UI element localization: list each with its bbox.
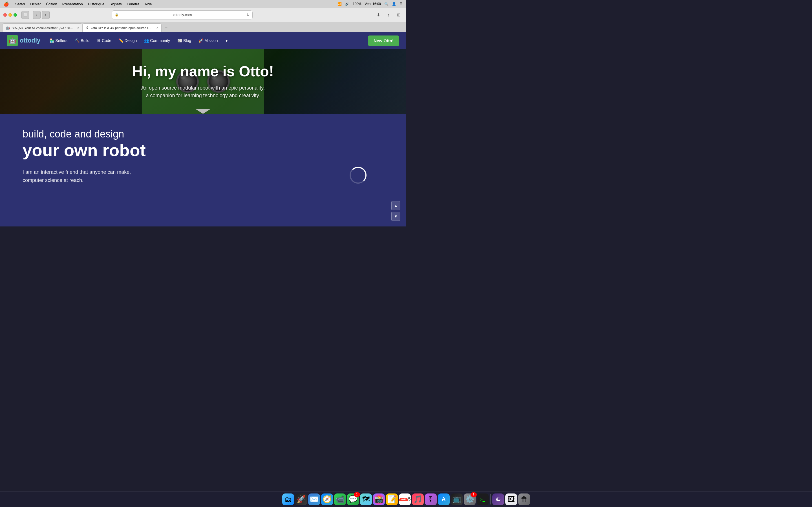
forward-button[interactable]: › — [42, 11, 50, 19]
build-description: I am an interactive friend that anyone c… — [22, 168, 163, 184]
scroll-down-button[interactable]: ▼ — [391, 212, 400, 221]
mission-icon: 🚀 — [199, 38, 203, 43]
menu-signets[interactable]: Signets — [109, 2, 121, 6]
menubar-volume: 🔊 — [345, 2, 349, 6]
build-heading-large: your own robot — [22, 141, 384, 160]
hero-subtitle-line1: An open source modular robot with an epi… — [141, 85, 265, 91]
nav-mission-label: Mission — [204, 38, 218, 43]
nav-design-label: Design — [124, 38, 137, 43]
address-bar[interactable]: 🔒 ottodiy.com ↻ — [112, 10, 253, 19]
tab-label-instructables: BIA (AI), Your AI Vocal Assistant (3/3 :… — [11, 26, 73, 30]
traffic-lights — [3, 13, 17, 17]
content-section: build, code and design your own robot I … — [0, 114, 406, 226]
menu-safari[interactable]: Safari — [15, 2, 25, 6]
site-navigation: 🤖 ottodiy 🏪 Sellers 🔨 Build 🖥 Code ✏️ De… — [0, 32, 406, 49]
content-arrow-divider — [195, 109, 211, 114]
sellers-icon: 🏪 — [49, 38, 54, 43]
back-button[interactable]: ‹ — [33, 11, 41, 19]
close-button[interactable] — [3, 13, 7, 17]
design-icon: ✏️ — [119, 38, 123, 43]
hero-section: Hi, my name is Otto! An open source modu… — [0, 49, 406, 114]
loading-spinner — [350, 167, 366, 184]
code-icon: 🖥 — [97, 38, 101, 43]
hero-subtitle-line2: a companion for learning technology and … — [146, 93, 260, 98]
logo-icon: 🤖 — [7, 35, 18, 46]
menu-fichier[interactable]: Fichier — [30, 2, 41, 6]
menubar-search-icon[interactable]: 🔍 — [384, 2, 389, 6]
tab-instructables[interactable]: 🤖 BIA (AI), Your AI Vocal Assistant (3/3… — [2, 23, 82, 32]
menu-presentation[interactable]: Présentation — [62, 2, 83, 6]
minimize-button[interactable] — [8, 13, 12, 17]
menu-historique[interactable]: Historique — [88, 2, 105, 6]
scroll-up-button[interactable]: ▲ — [391, 201, 400, 210]
new-tab-button[interactable]: + — [163, 24, 169, 31]
lock-icon: 🔒 — [115, 13, 119, 17]
menubar-wifi: 📶 — [338, 2, 342, 6]
tab-ottodiy[interactable]: 🖨 Otto DIY is a 3D printable open source… — [82, 23, 161, 32]
tab-close-instructables[interactable]: ✕ — [77, 26, 79, 29]
site-logo[interactable]: 🤖 ottodiy — [7, 35, 40, 46]
download-button[interactable]: ⬇ — [374, 11, 382, 19]
share-button[interactable]: ↑ — [385, 11, 393, 19]
nav-buttons: ‹ › — [33, 11, 50, 19]
menubar-right: 📶 🔊 100% Ven. 16:00 🔍 👤 ☰ — [338, 2, 403, 6]
hero-text: Hi, my name is Otto! An open source modu… — [132, 63, 274, 99]
website-content: 🤖 ottodiy 🏪 Sellers 🔨 Build 🖥 Code ✏️ De… — [0, 32, 406, 238]
menubar-menu-icon[interactable]: ☰ — [400, 2, 403, 6]
hero-subtitle: An open source modular robot with an epi… — [132, 84, 274, 100]
new-otto-button[interactable]: New Otto! — [368, 36, 399, 46]
tab-favicon-instructables: 🤖 — [5, 25, 10, 30]
browser-toolbar: ⬜ ‹ › 🔒 ottodiy.com ↻ ⬇ ↑ ⊞ — [0, 8, 406, 22]
build-desc-line1: I am an interactive friend that anyone c… — [22, 169, 131, 175]
nav-code-label: Code — [102, 38, 111, 43]
nav-blog[interactable]: 📰 Blog — [174, 36, 195, 45]
nav-build-label: Build — [81, 38, 89, 43]
address-text: ottodiy.com — [120, 13, 245, 17]
menubar-battery: 100% — [353, 2, 361, 6]
menu-aide[interactable]: Aide — [144, 2, 152, 6]
nav-items: 🏪 Sellers 🔨 Build 🖥 Code ✏️ Design 👥 Com… — [46, 36, 366, 45]
logo-text: ottodiy — [20, 37, 40, 44]
reload-button[interactable]: ↻ — [246, 13, 250, 17]
apple-menu[interactable]: 🍎 — [3, 1, 9, 7]
menu-fenetre[interactable]: Fenêtre — [127, 2, 140, 6]
nav-community[interactable]: 👥 Community — [141, 36, 173, 45]
nav-community-label: Community — [150, 38, 170, 43]
blog-icon: 📰 — [177, 38, 182, 43]
nav-build[interactable]: 🔨 Build — [71, 36, 93, 45]
browser-right-controls: ⬇ ↑ ⊞ — [374, 11, 403, 19]
tabs-button[interactable]: ⊞ — [395, 11, 403, 19]
menu-edition[interactable]: Édition — [46, 2, 57, 6]
nav-sellers-label: Sellers — [55, 38, 67, 43]
nav-blog-label: Blog — [183, 38, 191, 43]
tab-close-ottodiy[interactable]: ✕ — [156, 26, 158, 29]
nav-extra-dropdown[interactable]: ▼ — [222, 36, 232, 45]
tab-favicon-ottodiy: 🖨 — [86, 25, 89, 30]
macos-menubar: 🍎 Safari Fichier Édition Présentation Hi… — [0, 0, 406, 8]
hero-title: Hi, my name is Otto! — [132, 63, 274, 79]
menubar-user-icon[interactable]: 👤 — [392, 2, 396, 6]
tab-label-ottodiy: Otto DIY is a 3D printable open source r… — [91, 26, 153, 30]
nav-sellers[interactable]: 🏪 Sellers — [46, 36, 71, 45]
build-icon: 🔨 — [75, 38, 80, 43]
nav-mission[interactable]: 🚀 Mission — [195, 36, 221, 45]
build-desc-line2: computer science at reach. — [22, 177, 84, 183]
scroll-buttons: ▲ ▼ — [391, 201, 400, 221]
sidebar-toggle-button[interactable]: ⬜ — [21, 11, 29, 19]
build-heading-small: build, code and design — [22, 128, 384, 140]
maximize-button[interactable] — [13, 13, 17, 17]
nav-design[interactable]: ✏️ Design — [115, 36, 140, 45]
community-icon: 👥 — [144, 38, 149, 43]
menubar-time: Ven. 16:00 — [365, 2, 381, 6]
tab-bar: 🤖 BIA (AI), Your AI Vocal Assistant (3/3… — [0, 22, 406, 32]
nav-code[interactable]: 🖥 Code — [93, 36, 114, 45]
